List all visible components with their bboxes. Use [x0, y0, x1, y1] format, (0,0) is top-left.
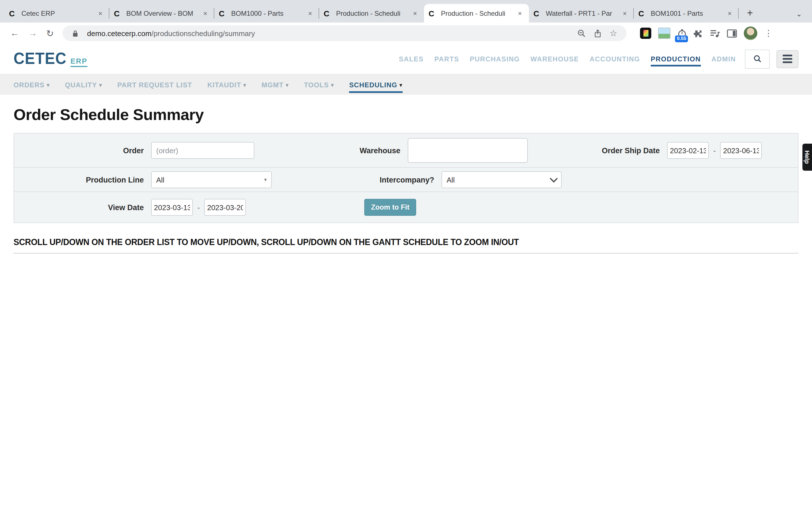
reload-button[interactable]: ↻ — [42, 28, 58, 39]
subnav-orders[interactable]: ORDERS▾ — [13, 76, 50, 93]
help-tab[interactable]: Help — [802, 144, 812, 171]
subnav-label: QUALITY — [65, 81, 97, 89]
browser-tab[interactable]: CCetec ERP× — [4, 4, 109, 22]
application-window: CCetec ERP×CBOM Overview - BOM×CBOM1000 … — [0, 0, 812, 253]
hamburger-menu-button[interactable] — [776, 50, 799, 68]
main-nav-parts[interactable]: PARTS — [435, 52, 459, 66]
cetec-logo[interactable]: CETEC ERP — [13, 50, 87, 68]
production-line-select[interactable]: All ▾ — [151, 171, 272, 188]
tab-close-icon[interactable]: × — [96, 9, 105, 17]
gantt-chart: Orders 779911111313151517171919212123232… — [13, 253, 799, 253]
subnav-kitaudit[interactable]: KITAUDIT▾ — [207, 76, 246, 93]
tab-search-chevron-icon[interactable]: ⌄ — [790, 10, 809, 18]
browser-tab[interactable]: CBOM Overview - BOM× — [109, 4, 214, 22]
cetec-favicon: C — [428, 9, 438, 18]
main-nav-warehouse[interactable]: WAREHOUSE — [530, 52, 579, 66]
side-panel-icon[interactable] — [727, 29, 737, 38]
tab-title: Production - Scheduli — [336, 9, 410, 17]
caret-down-icon: ▾ — [243, 82, 246, 88]
tab-close-icon[interactable]: × — [725, 9, 734, 17]
extensions-area: 0.55 ⋮ — [637, 26, 776, 40]
order-ship-date-range: - — [667, 142, 762, 159]
browser-toolbar: ← → ↻ demo.cetecerp.com/productionschedu… — [0, 22, 812, 44]
colorful-doc-extension-icon[interactable] — [640, 27, 652, 39]
main-nav-accounting[interactable]: ACCOUNTING — [590, 52, 640, 66]
order-ship-date-to-input[interactable] — [720, 142, 762, 159]
filter-row-2: Production Line All ▾ Intercompany? All — [14, 167, 798, 191]
share-icon[interactable] — [594, 29, 602, 38]
puzzle-extensions-icon[interactable] — [694, 29, 703, 38]
caret-down-icon: ▾ — [286, 82, 289, 88]
logo-erp-text: ERP — [70, 57, 87, 67]
cetec-favicon: C — [219, 9, 228, 18]
tab-title: Waterfall - PRT1 - Par — [546, 9, 620, 17]
tab-close-icon[interactable]: × — [410, 9, 419, 17]
timer-extension-icon[interactable]: 0.55 — [677, 29, 687, 38]
caret-down-icon: ▾ — [47, 82, 50, 88]
order-input[interactable] — [151, 142, 254, 159]
main-nav-sales[interactable]: SALES — [399, 52, 424, 66]
new-tab-button[interactable]: + — [742, 5, 758, 21]
main-nav-production[interactable]: PRODUCTION — [651, 52, 701, 66]
main-nav-admin[interactable]: ADMIN — [711, 52, 736, 66]
main-nav: SALESPARTSPURCHASINGWAREHOUSEACCOUNTINGP… — [399, 52, 736, 66]
url-path: /productionscheduling/summary — [151, 29, 255, 38]
view-date-range: - — [151, 199, 246, 216]
tab-close-icon[interactable]: × — [620, 9, 629, 17]
browser-tab[interactable]: CProduction - Scheduli× — [319, 4, 424, 22]
subnav-quality[interactable]: QUALITY▾ — [65, 76, 102, 93]
global-search-button[interactable] — [745, 49, 770, 68]
intercompany-label: Intercompany? — [272, 175, 442, 184]
search-icon — [753, 55, 762, 63]
date-range-dash: - — [197, 203, 200, 212]
browser-tab[interactable]: CBOM1001 - Parts× — [634, 4, 739, 22]
browser-tab-strip: CCetec ERP×CBOM Overview - BOM×CBOM1000 … — [0, 0, 812, 22]
date-range-dash: - — [713, 146, 716, 155]
back-button[interactable]: ← — [6, 28, 24, 38]
subnav-label: PART REQUEST LIST — [117, 81, 192, 89]
subnav-label: KITAUDIT — [207, 81, 241, 89]
screenshot-extension-icon[interactable] — [658, 27, 671, 39]
tabs-container: CCetec ERP×CBOM Overview - BOM×CBOM1000 … — [4, 4, 739, 22]
subnav-part-request-list[interactable]: PART REQUEST LIST — [117, 76, 192, 93]
browser-tab[interactable]: CProduction - Scheduli× — [424, 4, 529, 22]
page-title: Order Schedule Summary — [13, 106, 799, 124]
cetec-favicon: C — [534, 9, 543, 18]
subnav-mgmt[interactable]: MGMT▾ — [262, 76, 289, 93]
caret-down-icon: ▾ — [331, 82, 334, 88]
lock-icon[interactable] — [72, 30, 79, 37]
order-ship-date-label: Order Ship Date — [528, 146, 667, 155]
subnav-label: MGMT — [262, 81, 284, 89]
playlist-extension-icon[interactable] — [710, 29, 720, 38]
cetec-favicon: C — [9, 9, 18, 18]
main-nav-purchasing[interactable]: PURCHASING — [470, 52, 520, 66]
view-date-from-input[interactable] — [151, 199, 193, 216]
forward-button[interactable]: → — [24, 28, 42, 38]
zoom-out-icon[interactable] — [577, 29, 586, 38]
tab-close-icon[interactable]: × — [306, 9, 315, 17]
extension-badge: 0.55 — [675, 36, 688, 42]
subnav-scheduling[interactable]: SCHEDULING▾ — [349, 76, 402, 93]
browser-tab[interactable]: CWaterfall - PRT1 - Par× — [529, 4, 634, 22]
subnav-tools[interactable]: TOOLS▾ — [304, 76, 334, 93]
bookmark-star-icon[interactable]: ☆ — [610, 28, 617, 38]
browser-menu-icon[interactable]: ⋮ — [761, 28, 776, 38]
warehouse-input[interactable] — [408, 138, 528, 163]
intercompany-select[interactable]: All — [442, 171, 562, 188]
order-ship-date-from-input[interactable] — [667, 142, 709, 159]
address-bar[interactable]: demo.cetecerp.com/productionscheduling/s… — [63, 25, 627, 41]
subnav-label: TOOLS — [304, 81, 329, 89]
caret-down-icon: ▾ — [99, 82, 102, 88]
filter-row-1: Order Warehouse Order Ship Date - — [14, 133, 798, 167]
profile-avatar[interactable] — [744, 26, 758, 40]
browser-tab[interactable]: CBOM1000 - Parts× — [214, 4, 319, 22]
view-date-to-input[interactable] — [204, 199, 246, 216]
subnav-label: ORDERS — [13, 81, 45, 89]
zoom-to-fit-button[interactable]: Zoom to Fit — [364, 199, 416, 216]
app-header: CETEC ERP SALESPARTSPURCHASINGWAREHOUSEA… — [0, 44, 812, 74]
tab-close-icon[interactable]: × — [201, 9, 210, 17]
tab-title: BOM1000 - Parts — [231, 9, 306, 17]
tab-close-icon[interactable]: × — [515, 9, 524, 17]
tab-title: Production - Scheduli — [441, 9, 515, 17]
chevron-down-icon — [550, 175, 558, 182]
